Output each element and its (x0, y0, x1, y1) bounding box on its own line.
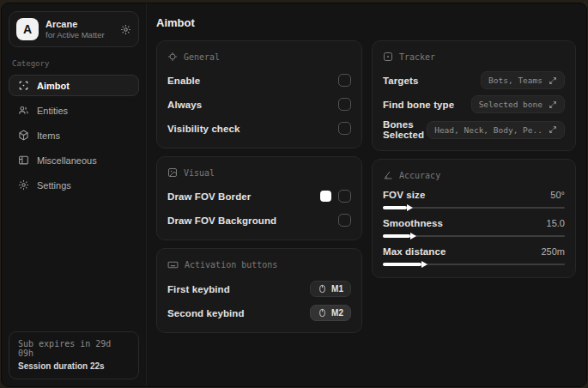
color-swatch[interactable] (320, 191, 331, 202)
draw-fov-border-checkbox[interactable] (338, 190, 351, 203)
app-logo: A (16, 18, 39, 40)
sidebar-item-items[interactable]: Items (9, 124, 139, 146)
visibility-check-checkbox[interactable] (338, 122, 351, 135)
panel-accuracy-header: Accuracy (383, 170, 565, 180)
sidebar-item-label: Aimbot (37, 81, 70, 91)
setting-row-targets: Targets Bots, Teams (383, 71, 565, 89)
slider-row-fov-size: FOV size 50° (383, 190, 565, 209)
image-icon (167, 167, 178, 178)
slider-value: 15.0 (547, 218, 565, 228)
subscription-card: Sub expires in 29d 09h Session duration … (9, 331, 139, 379)
panel-general-header: General (167, 52, 351, 62)
angle-icon (383, 170, 393, 180)
slider-value: 250m (541, 246, 565, 257)
setting-label: Find bone type (383, 100, 454, 110)
setting-label: Max distance (383, 246, 446, 257)
setting-row-bones-selected: Bones Selected Head, Neck, Body, Pe.. (383, 119, 565, 140)
mouse-icon (318, 308, 327, 318)
panel-activation-header: Activation buttons (167, 259, 351, 270)
sidebar-item-aimbot[interactable]: Aimbot (9, 75, 139, 96)
targets-select[interactable]: Bots, Teams (481, 71, 565, 89)
setting-row-draw-fov-background: Draw FOV Background (167, 211, 351, 229)
aim-scan-icon (18, 80, 29, 91)
keyboard-icon (167, 259, 179, 270)
app-title: Arcane (45, 19, 105, 29)
brand-card: A Arcane for Active Matter (9, 11, 139, 47)
setting-row-draw-fov-border: Draw FOV Border (167, 187, 351, 205)
setting-label: Second keybind (167, 308, 245, 318)
bones-selected-select[interactable]: Head, Neck, Body, Pe.. (427, 121, 565, 139)
slider-fill (383, 234, 410, 238)
gear-icon[interactable] (120, 24, 131, 35)
panel-title: Tracker (399, 52, 435, 62)
sidebar-item-settings[interactable]: Settings (9, 174, 139, 196)
sidebar-item-label: Entities (37, 106, 68, 116)
panel-general: General Enable Always Visibility check (156, 40, 362, 149)
keybind-button-m2[interactable]: M2 (310, 305, 351, 321)
keybind-value: M1 (331, 284, 343, 294)
draw-fov-background-checkbox[interactable] (338, 214, 351, 227)
setting-label: Targets (383, 76, 418, 86)
slider-thumb[interactable] (407, 204, 413, 211)
brand-text: Arcane for Active Matter (45, 19, 105, 39)
select-value: Selected bone (479, 100, 543, 109)
panel-tracker-header: Tracker (383, 52, 565, 62)
entities-icon (18, 105, 29, 116)
slider-fill (383, 263, 421, 266)
setting-label: Always (167, 100, 202, 110)
setting-row-first-keybind: First keybind M1 (167, 280, 351, 298)
setting-row-always: Always (167, 95, 351, 113)
find-bone-type-select[interactable]: Selected bone (471, 95, 565, 113)
panel-title: Accuracy (399, 171, 440, 180)
setting-label: Bones Selected (383, 119, 427, 140)
category-label: Category (12, 59, 136, 68)
expand-icon (549, 100, 557, 109)
slider-fill (383, 206, 407, 209)
setting-label: Enable (167, 76, 200, 86)
setting-label: Draw FOV Background (167, 215, 276, 226)
main-content: Aimbot General Enable (147, 3, 586, 386)
sidebar: A Arcane for Active Matter Category Aimb… (2, 3, 147, 386)
enable-checkbox[interactable] (338, 74, 351, 87)
always-checkbox[interactable] (338, 98, 351, 111)
sidebar-item-label: Miscellaneous (37, 155, 97, 166)
select-value: Bots, Teams (488, 76, 543, 85)
slider-thumb[interactable] (410, 233, 416, 239)
setting-label: Visibility check (167, 124, 240, 134)
app-window: A Arcane for Active Matter Category Aimb… (1, 3, 587, 387)
select-value: Head, Neck, Body, Pe.. (434, 125, 543, 135)
panel-title: Activation buttons (185, 260, 277, 270)
setting-row-find-bone-type: Find bone type Selected bone (383, 95, 565, 113)
sidebar-item-entities[interactable]: Entities (9, 100, 139, 121)
slider-thumb[interactable] (421, 261, 427, 268)
left-column: General Enable Always Visibility check (156, 40, 362, 333)
expand-icon (549, 76, 557, 85)
setting-label: Smoothness (383, 218, 443, 228)
max-distance-slider[interactable] (383, 263, 565, 266)
slider-row-max-distance: Max distance 250m (383, 246, 565, 266)
slider-value: 50° (550, 190, 565, 200)
panel-activation: Activation buttons First keybind M1 Seco… (156, 248, 362, 333)
setting-row-visibility-check: Visibility check (167, 119, 351, 137)
page-title: Aimbot (156, 16, 576, 29)
panel-visual-header: Visual (167, 167, 351, 178)
fov-size-slider[interactable] (383, 206, 565, 209)
panel-title: Visual (184, 168, 215, 178)
sub-expiry-text: Sub expires in 29d 09h (18, 339, 130, 358)
panel-visual: Visual Draw FOV Border Draw FOV Backgrou… (156, 156, 362, 240)
sidebar-item-label: Settings (37, 180, 71, 191)
app-subtitle: for Active Matter (45, 30, 105, 39)
panel-title: General (184, 52, 220, 62)
smoothness-slider[interactable] (383, 234, 565, 238)
setting-label: Draw FOV Border (167, 191, 251, 202)
crosshair-icon (167, 52, 178, 62)
setting-label: First keybind (167, 284, 230, 294)
panel-accuracy: Accuracy FOV size 50° (372, 159, 576, 278)
right-column: Tracker Targets Bots, Teams Find bone ty… (372, 40, 576, 278)
radar-icon (383, 52, 393, 62)
sidebar-item-miscellaneous[interactable]: Miscellaneous (9, 149, 139, 171)
panel-tracker: Tracker Targets Bots, Teams Find bone ty… (372, 40, 576, 151)
keybind-button-m1[interactable]: M1 (310, 281, 351, 297)
expand-icon (549, 125, 557, 134)
session-duration-text: Session duration 22s (18, 361, 130, 371)
